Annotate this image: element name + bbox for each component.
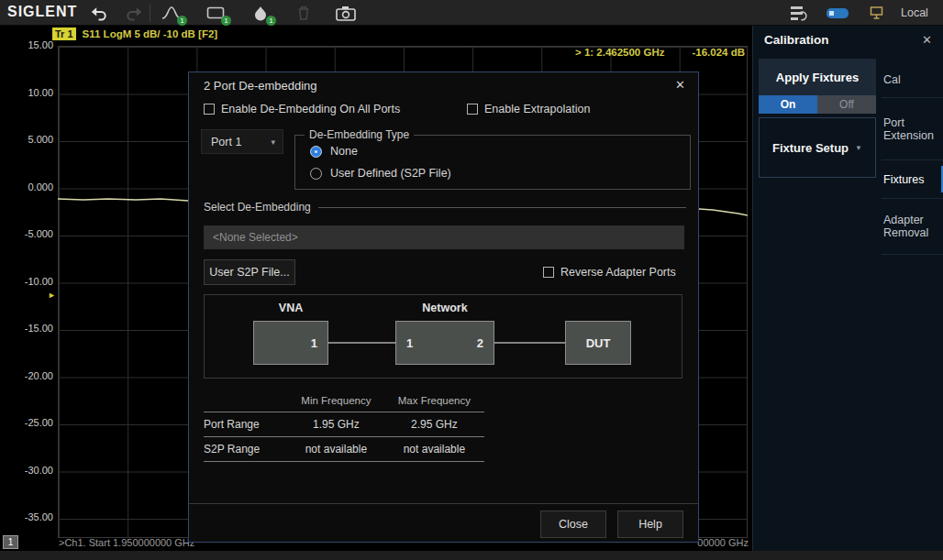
enable-extrapolation-checkbox[interactable]: Enable Extrapolation: [467, 103, 590, 115]
trace-count-badge: 1: [177, 16, 187, 26]
radio-user-defined-label: User Defined (S2P File): [330, 167, 451, 180]
help-button[interactable]: Help: [617, 511, 683, 538]
enable-all-ports-checkbox[interactable]: Enable De-Embedding On All Ports: [204, 103, 400, 115]
de-embedding-dialog: 2 Port De-embedding ✕ Enable De-Embeddin…: [188, 71, 699, 543]
radio-none[interactable]: None: [310, 145, 358, 158]
dut-label: DUT: [586, 336, 611, 350]
y-axis-label: -35.00: [0, 511, 53, 522]
chevron-down-icon: ▾: [271, 137, 275, 147]
sidebar-tabs: Cal Port Extension Fixtures Adapter Remo…: [882, 62, 943, 255]
vna-port-number: 1: [311, 336, 317, 350]
local-status-label[interactable]: Local: [901, 6, 928, 19]
y-axis-label: 15.00: [0, 39, 53, 50]
siglent-vna-screen: SIGLENT 1 1 1: [0, 0, 943, 560]
y-axis-label: 10.00: [0, 87, 53, 98]
trace-icon[interactable]: 1: [160, 3, 183, 23]
trash-icon[interactable]: [292, 3, 316, 23]
y-axis-label: 0.000: [0, 181, 53, 192]
dialog-title: 2 Port De-embedding: [204, 79, 317, 93]
y-axis-label: -25.00: [0, 417, 53, 428]
y-axis-label: -20.00: [0, 370, 53, 381]
reverse-adapter-ports-label: Reverse Adapter Ports: [560, 266, 676, 279]
tab-port-extension[interactable]: Port Extension: [882, 98, 943, 160]
y-axis-label: 5.000: [0, 134, 53, 145]
s2p-file-field[interactable]: <None Selected>: [204, 225, 684, 249]
reverse-adapter-ports-checkbox[interactable]: Reverse Adapter Ports: [543, 266, 676, 279]
marker-count-badge: 1: [266, 16, 276, 26]
type-group-legend: De-Embedding Type: [305, 128, 414, 141]
tab-cal[interactable]: Cal: [882, 62, 943, 98]
y-axis-label: -30.00: [0, 465, 53, 476]
dialog-footer-separator: [189, 503, 698, 504]
close-button[interactable]: Close: [540, 511, 606, 538]
port-select-value: Port 1: [211, 136, 241, 148]
channel-stop-status-partial: 00000 GHz: [697, 537, 749, 548]
channel-badge[interactable]: 1: [3, 535, 18, 549]
checkbox-icon[interactable]: [467, 104, 478, 115]
network-box: 1 2: [395, 321, 494, 365]
min-frequency-header: Min Frequency: [288, 391, 384, 412]
apply-fixtures-label: Apply Fixtures: [759, 59, 876, 95]
window-icon[interactable]: 1: [204, 3, 227, 23]
radio-none-label: None: [330, 145, 358, 158]
radio-unselected-icon[interactable]: [310, 168, 322, 180]
wire-network-dut: [494, 342, 565, 344]
max-frequency-header: Max Frequency: [384, 391, 484, 412]
toggle-off-button[interactable]: Off: [817, 95, 876, 114]
sidebar-close-icon[interactable]: ✕: [922, 33, 932, 47]
channel-start-status: >Ch1. Start 1.950000000 GHz: [59, 537, 194, 548]
table-row: Port Range 1.95 GHz 2.95 GHz: [204, 412, 484, 437]
y-axis-label: -5.000: [0, 228, 53, 239]
connection-diagram: VNA Network 1 1 2 DUT: [204, 294, 682, 379]
checkbox-icon[interactable]: [204, 104, 215, 115]
y-axis-label: -15.00: [0, 323, 53, 334]
dropdown-arrow-icon: ▼: [855, 144, 862, 152]
tab-fixtures[interactable]: Fixtures: [882, 160, 943, 199]
de-embedding-type-group: De-Embedding Type None User Defined (S2P…: [294, 135, 691, 190]
sidebar-header: Calibration ✕: [753, 26, 943, 53]
trace-settings-label: S11 LogM 5 dB/ -10 dB [F2]: [83, 28, 218, 39]
radio-selected-icon[interactable]: [310, 146, 322, 158]
siglent-logo: SIGLENT: [7, 4, 77, 20]
network-port-1: 1: [406, 336, 413, 350]
user-s2p-file-button[interactable]: User S2P File...: [204, 259, 295, 285]
dut-box: DUT: [565, 321, 631, 365]
toggle-on-button[interactable]: On: [759, 95, 817, 114]
redo-icon[interactable]: [123, 3, 147, 23]
undo-icon[interactable]: [86, 3, 110, 23]
toolbar-separator: [150, 4, 150, 22]
radio-user-defined[interactable]: User Defined (S2P File): [310, 167, 451, 180]
vna-box: 1: [253, 321, 328, 365]
wire-vna-network: [328, 342, 395, 344]
select-de-embedding-legend: Select De-Embedding: [204, 201, 686, 214]
camera-icon[interactable]: [334, 3, 358, 23]
bottom-strip: [0, 551, 943, 560]
usb-icon[interactable]: [826, 3, 849, 23]
reference-level-arrow-icon: ►: [48, 291, 56, 300]
frequency-range-table: Min Frequency Max Frequency Port Range 1…: [204, 391, 484, 462]
trace-info[interactable]: Tr 1 S11 LogM 5 dB/ -10 dB [F2]: [52, 27, 217, 40]
fixture-setup-label: Fixture Setup: [772, 141, 849, 155]
apply-fixtures-toggle: On Off: [759, 95, 876, 114]
calibration-sidebar: Calibration ✕ Apply Fixtures On Off Fixt…: [752, 26, 943, 560]
enable-all-ports-label: Enable De-Embedding On All Ports: [221, 103, 400, 115]
preset-recall-icon[interactable]: [787, 3, 811, 23]
fixture-setup-dropdown[interactable]: Fixture Setup ▼: [759, 117, 876, 178]
sidebar-title: Calibration: [764, 33, 829, 47]
enable-extrapolation-label: Enable Extrapolation: [484, 103, 590, 115]
port-select-dropdown[interactable]: Port 1 ▾: [201, 129, 283, 154]
y-axis-label: -10.00: [0, 276, 53, 287]
network-port-2: 2: [477, 336, 483, 350]
lan-icon[interactable]: [864, 3, 888, 23]
window-count-badge: 1: [221, 16, 231, 26]
table-header-row: Min Frequency Max Frequency: [204, 391, 484, 412]
marker-icon[interactable]: 1: [249, 3, 272, 23]
network-label: Network: [395, 302, 494, 314]
table-row: S2P Range not available not available: [204, 437, 484, 462]
tab-adapter-removal[interactable]: Adapter Removal: [882, 199, 943, 255]
vna-label: VNA: [253, 302, 328, 314]
dialog-close-icon[interactable]: ✕: [675, 78, 685, 92]
trace-number-badge[interactable]: Tr 1: [52, 27, 76, 40]
toolbar: SIGLENT 1 1 1: [0, 0, 943, 26]
checkbox-icon[interactable]: [543, 267, 554, 278]
